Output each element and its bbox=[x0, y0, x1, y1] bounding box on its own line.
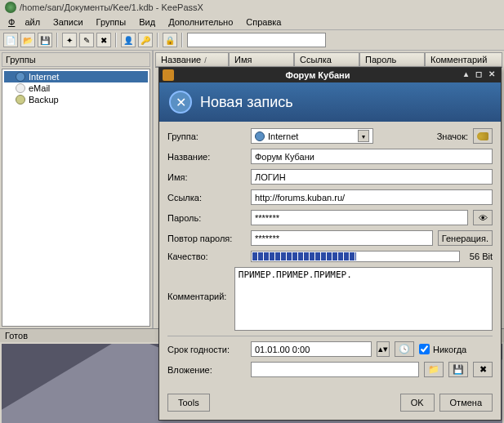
group-label: Группа: bbox=[167, 131, 246, 141]
mail-icon bbox=[16, 83, 25, 93]
sidebar: Группы Internet eMail Backup bbox=[0, 51, 154, 328]
wrench-icon: ✕ bbox=[169, 91, 192, 114]
expires-spin[interactable]: ▴▾ bbox=[377, 341, 390, 357]
calendar-button[interactable]: 🕓 bbox=[395, 341, 414, 357]
dialog-banner: ✕ Новая запись bbox=[159, 82, 501, 122]
lock-button[interactable]: 🔒 bbox=[163, 33, 177, 47]
key-icon bbox=[477, 132, 488, 140]
icon-label: Значок: bbox=[437, 131, 468, 141]
toolbar-separator bbox=[181, 33, 183, 47]
tree-item-email[interactable]: eMail bbox=[4, 82, 148, 94]
divider bbox=[167, 336, 493, 336]
chevron-down-icon: ▾ bbox=[358, 130, 369, 142]
reveal-pwd-button[interactable]: 👁 bbox=[473, 210, 493, 225]
expires-input[interactable] bbox=[251, 341, 372, 357]
main-titlebar: /home/san/Документы/Kee/1.kdb - KeePassX bbox=[0, 0, 504, 15]
window-title: /home/san/Документы/Kee/1.kdb - KeePassX bbox=[20, 2, 203, 12]
attach-input[interactable] bbox=[251, 362, 419, 377]
toolbar-separator bbox=[157, 33, 158, 47]
menu-view[interactable]: Вид bbox=[134, 16, 160, 28]
col-comment[interactable]: Комментарий bbox=[425, 52, 502, 67]
toolbar-separator bbox=[115, 33, 117, 47]
new-entry-dialog: Форум Кубани ▴ ◻ ✕ ✕ Новая запись Группа… bbox=[158, 67, 502, 421]
generate-button[interactable]: Генерация. bbox=[438, 230, 493, 246]
never-label: Никогда bbox=[433, 345, 466, 354]
group-dropdown[interactable]: Internet ▾ bbox=[251, 128, 373, 144]
tree-item-internet[interactable]: Internet bbox=[4, 71, 148, 82]
quality-text: 56 Bit bbox=[470, 252, 493, 261]
sidebar-title: Группы bbox=[2, 52, 150, 67]
edit-entry-button[interactable]: ✎ bbox=[79, 33, 94, 47]
globe-icon bbox=[255, 131, 265, 141]
main-window: /home/san/Документы/Kee/1.kdb - KeePassX… bbox=[0, 0, 504, 423]
attach-label: Вложение: bbox=[167, 365, 246, 375]
app-icon bbox=[5, 2, 16, 13]
cancel-button[interactable]: Отмена bbox=[439, 394, 493, 412]
globe-icon bbox=[16, 72, 25, 82]
comment-label: Комментарий: bbox=[167, 292, 230, 301]
dialog-footer: Tools OK Отмена bbox=[159, 389, 501, 420]
save-db-button[interactable]: 💾 bbox=[38, 33, 52, 47]
tree-label: Backup bbox=[29, 95, 59, 105]
url-label: Ссылка: bbox=[167, 193, 246, 203]
add-entry-button[interactable]: ✦ bbox=[62, 33, 77, 47]
col-url[interactable]: Ссылка bbox=[294, 52, 359, 67]
toolbar-separator bbox=[56, 33, 58, 47]
tree-item-backup[interactable]: Backup bbox=[4, 94, 148, 105]
menu-extras[interactable]: Дополнительно bbox=[163, 16, 238, 28]
delete-entry-button[interactable]: ✖ bbox=[96, 33, 111, 47]
tree-label: eMail bbox=[29, 83, 50, 93]
column-headers: Название/ Имя Ссылка Пароль Комментарий bbox=[155, 52, 502, 68]
banner-title: Новая запись bbox=[200, 94, 293, 111]
pwd-input[interactable] bbox=[251, 210, 468, 225]
menu-entries[interactable]: Записи bbox=[48, 16, 88, 28]
quality-label: Качество: bbox=[167, 252, 246, 261]
attach-remove-button[interactable]: ✖ bbox=[473, 362, 493, 377]
expires-label: Срок годности: bbox=[167, 345, 246, 354]
backup-icon bbox=[16, 95, 25, 105]
repeat-label: Повтор пароля: bbox=[167, 234, 246, 243]
maximize-button[interactable]: ◻ bbox=[473, 70, 484, 80]
group-tree[interactable]: Internet eMail Backup bbox=[2, 69, 150, 327]
menu-groups[interactable]: Группы bbox=[91, 16, 132, 28]
new-db-button[interactable]: 📄 bbox=[3, 33, 18, 47]
dialog-titlebar[interactable]: Форум Кубани ▴ ◻ ✕ bbox=[159, 68, 501, 82]
col-title[interactable]: Название/ bbox=[155, 52, 229, 67]
close-button[interactable]: ✕ bbox=[486, 70, 497, 80]
ok-button[interactable]: OK bbox=[400, 394, 435, 412]
never-check-input[interactable] bbox=[419, 344, 430, 354]
pwd-label: Пароль: bbox=[167, 213, 246, 223]
copy-user-button[interactable]: 👤 bbox=[121, 33, 136, 47]
quality-bar bbox=[251, 251, 460, 262]
roll-up-button[interactable]: ▴ bbox=[460, 70, 471, 80]
title-input[interactable] bbox=[251, 149, 493, 164]
toolbar: 📄 📂 💾 ✦ ✎ ✖ 👤 🔑 🔒 bbox=[0, 30, 504, 51]
repeat-input[interactable] bbox=[251, 230, 433, 246]
comment-input[interactable] bbox=[234, 267, 493, 331]
col-user[interactable]: Имя bbox=[229, 52, 294, 67]
menu-help[interactable]: Справка bbox=[241, 16, 286, 28]
tree-label: Internet bbox=[29, 72, 59, 82]
dialog-body: Группа: Internet ▾ Значок: Название: Имя… bbox=[159, 122, 501, 389]
url-input[interactable] bbox=[251, 189, 493, 205]
icon-picker-button[interactable] bbox=[473, 128, 493, 144]
title-label: Название: bbox=[167, 152, 246, 162]
group-value: Internet bbox=[268, 131, 298, 141]
attach-add-button[interactable]: 📁 bbox=[424, 362, 444, 377]
menubar: Файл Записи Группы Вид Дополнительно Спр… bbox=[0, 15, 504, 30]
copy-pwd-button[interactable]: 🔑 bbox=[138, 33, 153, 47]
key-icon bbox=[163, 69, 174, 81]
never-checkbox[interactable]: Никогда bbox=[419, 344, 466, 354]
col-pwd[interactable]: Пароль bbox=[359, 52, 425, 67]
attach-save-button[interactable]: 💾 bbox=[448, 362, 468, 377]
open-db-button[interactable]: 📂 bbox=[20, 33, 35, 47]
user-label: Имя: bbox=[167, 172, 246, 182]
tools-button[interactable]: Tools bbox=[167, 394, 210, 412]
user-input[interactable] bbox=[251, 169, 493, 185]
menu-file[interactable]: Файл bbox=[3, 16, 45, 28]
search-input[interactable] bbox=[187, 33, 326, 47]
dialog-title: Форум Кубани bbox=[177, 70, 458, 80]
